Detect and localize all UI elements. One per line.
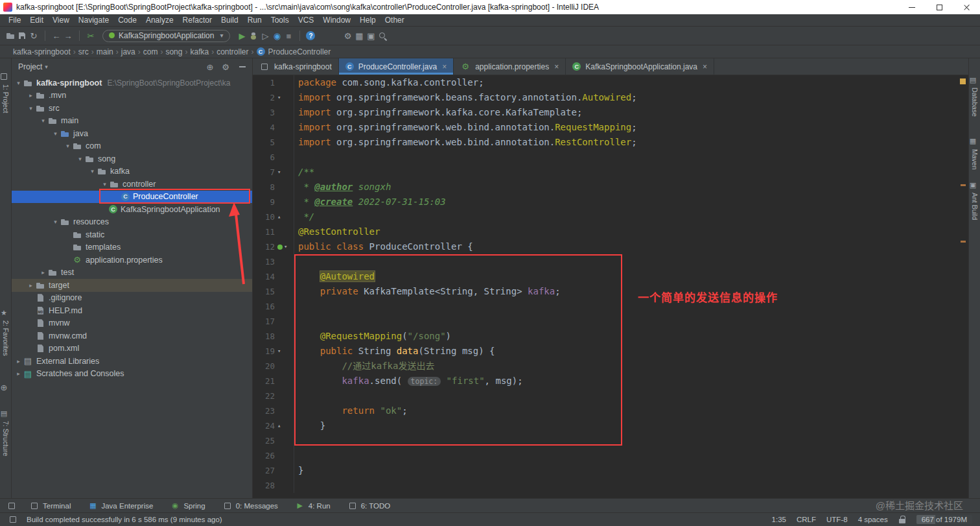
close-tab-icon[interactable]: ×	[442, 62, 447, 71]
chevron-down-icon[interactable]: ▾	[27, 105, 35, 112]
tree-item-target[interactable]: ▸target	[12, 279, 252, 292]
menu-window[interactable]: Window	[318, 14, 355, 26]
menu-other[interactable]: Other	[380, 14, 409, 26]
tree-item-help-md[interactable]: HELP.md	[12, 304, 252, 317]
layout-icon[interactable]: ▣	[366, 30, 376, 41]
chevron-down-icon[interactable]: ▾	[64, 143, 72, 149]
caret-position-indicator[interactable]: 1:35	[772, 516, 786, 523]
chevron-down-icon[interactable]: ▾	[88, 168, 97, 174]
tab-application-properties[interactable]: ⚙application.properties×	[454, 58, 566, 75]
tree-item-kafka[interactable]: ▾kafka	[12, 165, 252, 178]
tool-button-4-run[interactable]: ▶4: Run	[295, 501, 331, 511]
back-icon[interactable]: ←	[51, 30, 62, 41]
menu-file[interactable]: File	[4, 14, 25, 26]
fold-icon[interactable]: ▾	[284, 244, 287, 250]
panel-settings-icon[interactable]: ⚙	[220, 61, 231, 73]
breadcrumb-song[interactable]: song	[165, 47, 182, 56]
indent-indicator[interactable]: 4 spaces	[858, 516, 888, 523]
forward-icon[interactable]: →	[63, 30, 73, 41]
fold-icon[interactable]: ▾	[277, 95, 281, 101]
tool-button-spring[interactable]: ◉Spring	[170, 501, 205, 511]
tree-item-com[interactable]: ▾com	[12, 140, 252, 153]
fold-end-icon[interactable]: ▴	[277, 423, 281, 429]
tree-item-main[interactable]: ▾main	[12, 115, 252, 128]
menu-build[interactable]: Build	[216, 14, 243, 26]
search-everywhere-icon[interactable]	[306, 31, 315, 40]
menu-help[interactable]: Help	[355, 14, 380, 26]
line-separator-indicator[interactable]: CRLF	[797, 516, 816, 523]
breadcrumb-controller[interactable]: controller	[216, 47, 248, 56]
menu-code[interactable]: Code	[113, 14, 141, 26]
save-all-icon[interactable]	[17, 30, 27, 41]
close-button[interactable]	[953, 0, 980, 14]
cut-icon[interactable]: ✂	[86, 30, 96, 41]
tool-button-maven[interactable]: ▦Maven	[968, 136, 980, 170]
menu-navigate[interactable]: Navigate	[74, 14, 113, 26]
tree-item-java[interactable]: ▾java	[12, 127, 252, 140]
fold-icon[interactable]: ▾	[277, 169, 281, 175]
debug-icon[interactable]	[248, 30, 259, 41]
lock-icon[interactable]	[898, 516, 906, 524]
chevron-down-icon[interactable]: ▾	[76, 156, 84, 162]
menu-tools[interactable]: Tools	[266, 14, 294, 26]
toolwindow-switcher-icon[interactable]	[6, 501, 17, 511]
fold-end-icon[interactable]: ▴	[277, 214, 281, 220]
chevron-down-icon[interactable]: ▾	[100, 181, 109, 187]
tree-item-static[interactable]: static	[12, 228, 252, 241]
sync-icon[interactable]: ↻	[29, 30, 39, 41]
coverage-icon[interactable]: ▷	[260, 30, 270, 41]
tool-button-web[interactable]: ⊕	[0, 382, 12, 392]
chevron-down-icon[interactable]: ▾	[51, 130, 60, 137]
tree-item-test[interactable]: ▸test	[12, 267, 252, 280]
tree-item-mvn[interactable]: ▸.mvn	[12, 90, 252, 102]
run-icon[interactable]: ▶	[237, 30, 247, 41]
fold-icon[interactable]: ▾	[277, 348, 281, 354]
tree-item-resources[interactable]: ▾resources	[12, 216, 252, 229]
breadcrumb-java[interactable]: java	[121, 47, 135, 56]
status-toolwindow-icon[interactable]	[8, 514, 18, 525]
chevron-right-icon[interactable]: ▸	[14, 370, 23, 377]
hide-panel-icon[interactable]	[239, 66, 246, 67]
run-config-selector[interactable]: KafkaSpringbootApplication	[102, 30, 230, 42]
tab-producecontroller-java[interactable]: CProduceController.java×	[339, 58, 454, 75]
locate-file-icon[interactable]: ⊕	[204, 61, 216, 73]
close-tab-icon[interactable]: ×	[554, 62, 559, 71]
chevron-down-icon[interactable]: ▾	[51, 219, 60, 225]
tool-button-database[interactable]: ▤Database	[968, 75, 980, 117]
close-tab-icon[interactable]: ×	[703, 62, 707, 71]
tree-item-templates[interactable]: templates	[12, 241, 252, 254]
menu-edit[interactable]: Edit	[25, 14, 48, 26]
stop-icon[interactable]: ■	[283, 30, 294, 41]
menu-analyze[interactable]: Analyze	[141, 14, 178, 26]
chevron-down-icon[interactable]: ▾	[14, 80, 23, 86]
project-panel-title[interactable]: Project	[18, 62, 42, 71]
chevron-right-icon[interactable]: ▸	[14, 358, 23, 365]
spring-bean-icon[interactable]	[277, 245, 283, 250]
open-project-icon[interactable]	[5, 30, 16, 41]
tree-item-mvnw-cmd[interactable]: mvnw.cmd	[12, 329, 252, 342]
tree-item-controller[interactable]: ▾controller	[12, 178, 252, 191]
breadcrumb-main[interactable]: main	[97, 47, 113, 56]
tree-item-producecontroller[interactable]: CProduceController	[12, 191, 252, 204]
tree-item-external-libraries[interactable]: ▸▤External Libraries	[12, 355, 252, 368]
tool-button-7-structure[interactable]: ▤7: Structure	[0, 408, 12, 456]
menu-refactor[interactable]: Refactor	[178, 14, 216, 26]
tab-kafkaspringbootapplication-java[interactable]: CKafkaSpringbootApplication.java×	[566, 58, 714, 75]
tree-item-kafka-springboot[interactable]: ▾kafka-springbootE:\SpringBoot\SpringBoo…	[12, 77, 252, 90]
tool-button-java-enterprise[interactable]: ▦Java Enterprise	[88, 501, 153, 511]
tool-button-terminal[interactable]: Terminal	[29, 501, 71, 511]
chevron-down-icon[interactable]	[45, 64, 48, 70]
tool-button-6-todo[interactable]: 6: TODO	[347, 501, 391, 511]
tab-kafka-springboot[interactable]: kafka-springboot	[253, 58, 339, 75]
minimize-button[interactable]	[898, 0, 926, 14]
menu-vcs[interactable]: VCS	[294, 14, 319, 26]
profiler-icon[interactable]: ◉	[272, 30, 282, 41]
tool-button-ant-build[interactable]: ▣Ant Build	[968, 180, 980, 220]
tree-item-mvnw[interactable]: mvnw	[12, 317, 252, 330]
tree-item-kafkaspringbootapplication[interactable]: CKafkaSpringbootApplication	[12, 203, 252, 216]
breadcrumb-src[interactable]: src	[78, 47, 89, 56]
find-icon[interactable]	[377, 30, 388, 41]
breadcrumb-producecontroller[interactable]: CProduceController	[257, 47, 331, 56]
memory-indicator[interactable]: 667 of 1979M	[916, 515, 972, 524]
maximize-button[interactable]	[926, 0, 953, 14]
